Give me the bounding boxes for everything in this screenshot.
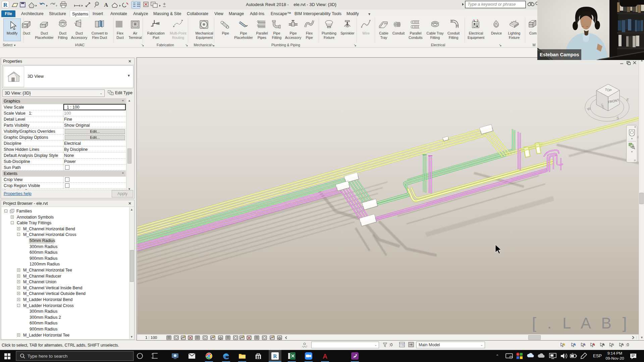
svg-text:W: W: [587, 106, 591, 111]
svg-text:1: 1: [517, 353, 519, 356]
svg-text:Type a keyword or phrase: Type a keyword or phrase: [468, 2, 516, 7]
svg-text:Autodesk Revit 2018 - ele.r: Autodesk Revit 2018 - ele.rvt - 3D View:…: [246, 2, 337, 7]
svg-text:A: A: [323, 353, 327, 360]
svg-text:A: A: [104, 2, 108, 8]
svg-text:Type here to search: Type here to search: [28, 354, 67, 359]
svg-text:R: R: [3, 2, 8, 8]
svg-text:S: S: [616, 116, 619, 120]
svg-text:R: R: [273, 353, 277, 359]
svg-text:E: E: [626, 97, 629, 102]
svg-text:1: 1: [96, 3, 98, 5]
